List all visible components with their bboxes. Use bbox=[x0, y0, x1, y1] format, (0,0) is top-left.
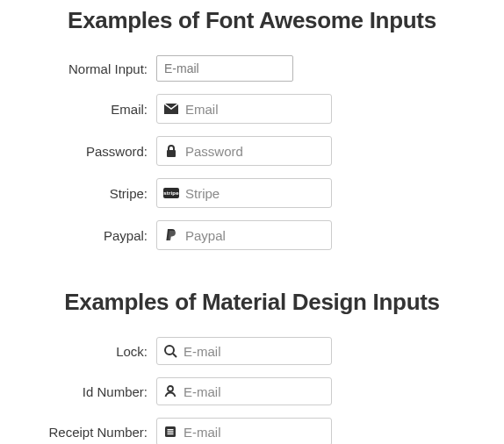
row-email: Email: bbox=[18, 94, 486, 124]
svg-point-3 bbox=[168, 386, 173, 391]
email-input-group bbox=[156, 94, 332, 124]
envelope-icon bbox=[157, 95, 185, 123]
label-password: Password: bbox=[18, 144, 148, 159]
email-input[interactable] bbox=[185, 95, 357, 123]
password-input[interactable] bbox=[185, 137, 357, 165]
row-receipt: Receipt Number: bbox=[18, 418, 486, 444]
lock-input[interactable] bbox=[184, 338, 356, 364]
material-section: Examples of Material Design Inputs Lock:… bbox=[18, 289, 486, 444]
receipt-number-input[interactable] bbox=[184, 419, 356, 444]
label-lock: Lock: bbox=[18, 344, 148, 359]
paypal-icon bbox=[157, 221, 185, 249]
label-email: Email: bbox=[18, 102, 148, 117]
section-title-material: Examples of Material Design Inputs bbox=[18, 289, 486, 316]
label-normal-input: Normal Input: bbox=[18, 61, 148, 76]
label-id-number: Id Number: bbox=[18, 384, 148, 399]
stripe-icon: stripe bbox=[157, 179, 185, 207]
row-password: Password: bbox=[18, 136, 486, 166]
label-stripe: Stripe: bbox=[18, 186, 148, 201]
paypal-input[interactable] bbox=[185, 221, 357, 249]
row-normal-input: Normal Input: bbox=[18, 55, 486, 82]
lock-input-group bbox=[156, 337, 332, 365]
label-receipt: Receipt Number: bbox=[18, 425, 148, 440]
receipt-input-group bbox=[156, 418, 332, 444]
password-input-group bbox=[156, 136, 332, 166]
row-lock: Lock: bbox=[18, 337, 486, 365]
svg-rect-6 bbox=[168, 431, 174, 432]
search-icon bbox=[157, 338, 184, 364]
section-title-font-awesome: Examples of Font Awesome Inputs bbox=[18, 7, 486, 34]
stripe-input[interactable] bbox=[185, 179, 357, 207]
stripe-badge: stripe bbox=[163, 188, 179, 198]
font-awesome-section: Examples of Font Awesome Inputs Normal I… bbox=[18, 7, 486, 250]
person-icon bbox=[157, 378, 184, 405]
row-id-number: Id Number: bbox=[18, 377, 486, 405]
id-input-group bbox=[156, 377, 332, 405]
receipt-icon bbox=[157, 419, 184, 444]
normal-input[interactable] bbox=[156, 55, 293, 82]
svg-rect-7 bbox=[168, 433, 174, 434]
row-paypal: Paypal: bbox=[18, 220, 486, 250]
svg-point-1 bbox=[165, 346, 174, 354]
label-paypal: Paypal: bbox=[18, 228, 148, 243]
id-number-input[interactable] bbox=[184, 378, 356, 405]
lock-icon bbox=[157, 137, 185, 165]
stripe-input-group: stripe bbox=[156, 178, 332, 208]
svg-rect-0 bbox=[167, 150, 176, 157]
svg-rect-5 bbox=[168, 429, 174, 430]
paypal-input-group bbox=[156, 220, 332, 250]
row-stripe: Stripe: stripe bbox=[18, 178, 486, 208]
svg-line-2 bbox=[173, 354, 176, 357]
